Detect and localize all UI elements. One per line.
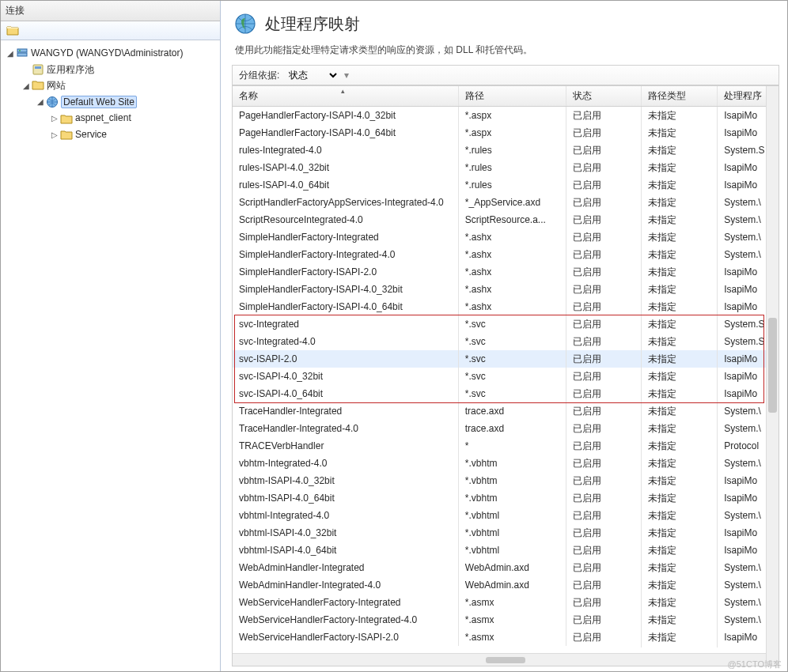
website-icon [46,96,59,108]
table-row[interactable]: SimpleHandlerFactory-ISAPI-4.0_32bit*.as… [233,281,779,298]
grid-header: 名称 路径 状态 路径类型 处理程序 [233,86,779,107]
cell-path: trace.axd [459,420,566,437]
table-row[interactable]: WebServiceHandlerFactory-Integrated*.asm… [233,594,779,611]
table-row[interactable]: PageHandlerFactory-ISAPI-4.0_32bit*.aspx… [233,107,779,124]
cell-path: *.asmx [459,611,566,629]
group-by-label: 分组依据: [239,69,279,82]
table-row[interactable]: vbhtm-ISAPI-4.0_32bit*.vbhtm已启用未指定IsapiM… [233,472,779,489]
column-name[interactable]: 名称 [233,86,459,106]
cell-name: WebAdminHandler-Integrated [233,559,459,576]
folder-icon[interactable] [6,24,19,36]
grid-body[interactable]: PageHandlerFactory-ISAPI-4.0_32bit*.aspx… [233,107,779,653]
handler-mapping-icon [233,12,257,36]
table-row[interactable]: vbhtml-ISAPI-4.0_32bit*.vbhtml已启用未指定Isap… [233,524,779,542]
table-row[interactable]: WebServiceHandlerFactory-ISAPI-2.0*.asmx… [233,629,779,646]
table-row[interactable]: TRACEVerbHandler*已启用未指定Protocol [233,437,779,455]
svg-point-2 [19,50,21,51]
table-row[interactable]: svc-Integrated*.svc已启用未指定System.S [233,315,779,333]
tree-node-server[interactable]: WANGYD (WANGYD\Administrator) [31,46,183,61]
table-row[interactable]: WebServiceHandlerFactory-Integrated-4.0*… [233,611,779,629]
cell-name: WebServiceHandlerFactory-ISAPI-2.0 [233,629,459,646]
page-description: 使用此功能指定处理特定请求类型的响应的资源，如 DLL 和托管代码。 [221,42,787,65]
sidebar-panel: 连接 ◢ WANGYD (WANGYD\Administrator) 应用程序池 [1,1,221,671]
group-by-select[interactable]: 状态 [284,67,339,83]
cell-name: SimpleHandlerFactory-Integrated-4.0 [233,246,459,263]
cell-name: svc-Integrated-4.0 [233,333,459,350]
cell-path: *.rules [459,142,566,159]
table-row[interactable]: PageHandlerFactory-ISAPI-4.0_64bit*.aspx… [233,124,779,142]
table-row[interactable]: SimpleHandlerFactory-ISAPI-4.0_64bit*.as… [233,298,779,315]
tree-node-service[interactable]: Service [75,127,107,142]
cell-path: *.aspx [459,124,566,142]
cell-path: *.svc [459,350,566,368]
table-row[interactable]: WebAdminHandler-Integrated-4.0WebAdmin.a… [233,576,779,594]
cell-path: *.ashx [459,228,566,246]
tree-expander[interactable]: ◢ [36,96,45,108]
cell-path: *.ashx [459,246,566,263]
table-row[interactable]: vbhtm-Integrated-4.0*.vbhtm已启用未指定System.… [233,455,779,472]
cell-name: SimpleHandlerFactory-ISAPI-4.0_32bit [233,281,459,298]
table-row[interactable]: svc-ISAPI-2.0*.svc已启用未指定IsapiMo [233,350,779,368]
cell-name: vbhtm-Integrated-4.0 [233,455,459,472]
cell-path: WebAdmin.axd [459,576,566,594]
tree-node-app-pools[interactable]: 应用程序池 [47,62,94,77]
tree-node-aspnet-client[interactable]: aspnet_client [75,111,131,126]
mapping-grid: 名称 路径 状态 路径类型 处理程序 PageHandlerFactory-IS… [232,85,779,666]
cell-path: *.asmx [459,594,566,611]
cell-path: *.ashx [459,281,566,298]
table-row[interactable]: svc-Integrated-4.0*.svc已启用未指定System.S [233,333,779,350]
cell-path: *.asmx [459,629,566,646]
cell-path: *.rules [459,176,566,194]
cell-name: rules-ISAPI-4.0_64bit [233,176,459,194]
table-row[interactable]: SimpleHandlerFactory-Integrated-4.0*.ash… [233,246,779,263]
column-state[interactable]: 状态 [566,86,642,106]
cell-name: TraceHandler-Integrated [233,402,459,420]
tree-node-sites[interactable]: 网站 [47,78,66,93]
column-path[interactable]: 路径 [459,86,566,106]
tree-expander[interactable]: ◢ [21,80,31,92]
tree-expander[interactable]: ▷ [50,112,59,125]
tree-node-default-site[interactable]: Default Web Site [61,95,137,110]
table-row[interactable]: WebAdminHandler-IntegratedWebAdmin.axd已启… [233,559,779,576]
cell-name: svc-ISAPI-4.0_64bit [233,385,459,402]
cell-path: *_AppService.axd [459,194,566,211]
table-row[interactable]: rules-ISAPI-4.0_64bit*.rules已启用未指定IsapiM… [233,176,779,194]
column-pathtype[interactable]: 路径类型 [642,86,718,106]
cell-path: *.vbhtm [459,489,566,507]
cell-name: vbhtm-ISAPI-4.0_32bit [233,472,459,489]
cell-name: TRACEVerbHandler [233,437,459,455]
horizontal-scrollbar[interactable] [233,653,779,666]
sidebar-toolbar [1,21,220,40]
cell-path: *.vbhtml [459,542,566,559]
table-row[interactable]: svc-ISAPI-4.0_64bit*.svc已启用未指定IsapiMo [233,385,779,402]
sites-icon [32,79,44,92]
table-row[interactable]: TraceHandler-Integratedtrace.axd已启用未指定Sy… [233,402,779,420]
cell-name: TraceHandler-Integrated-4.0 [233,420,459,437]
cell-path: *.rules [459,159,566,176]
cell-ptype: 未指定 [642,628,718,647]
table-row[interactable]: ScriptHandlerFactoryAppServices-Integrat… [233,194,779,211]
cell-name: svc-ISAPI-2.0 [233,350,459,368]
table-row[interactable]: SimpleHandlerFactory-Integrated*.ashx已启用… [233,228,779,246]
cell-name: SimpleHandlerFactory-ISAPI-2.0 [233,263,459,281]
vertical-scrollbar[interactable] [766,86,779,666]
table-row[interactable]: svc-ISAPI-4.0_32bit*.svc已启用未指定IsapiMo [233,368,779,385]
cell-name: svc-ISAPI-4.0_32bit [233,368,459,385]
cell-path: *.svc [459,368,566,385]
cell-name: vbhtml-ISAPI-4.0_64bit [233,542,459,559]
cell-path: ScriptResource.a... [459,211,566,228]
table-row[interactable]: vbhtm-ISAPI-4.0_64bit*.vbhtm已启用未指定IsapiM… [233,489,779,507]
table-row[interactable]: rules-ISAPI-4.0_32bit*.rules已启用未指定IsapiM… [233,159,779,176]
table-row[interactable]: vbhtml-Integrated-4.0*.vbhtml已启用未指定Syste… [233,507,779,524]
tree-expander[interactable]: ▷ [50,129,59,142]
table-row[interactable]: rules-Integrated-4.0*.rules已启用未指定System.… [233,142,779,159]
table-row[interactable]: vbhtml-ISAPI-4.0_64bit*.vbhtml已启用未指定Isap… [233,542,779,559]
cell-path: *.ashx [459,298,566,315]
connections-tree: ◢ WANGYD (WANGYD\Administrator) 应用程序池 ◢ … [1,40,220,148]
table-row[interactable]: SimpleHandlerFactory-ISAPI-2.0*.ashx已启用未… [233,263,779,281]
tree-expander[interactable]: ◢ [6,47,15,60]
folder-icon [60,128,73,141]
table-row[interactable]: ScriptResourceIntegrated-4.0ScriptResour… [233,211,779,228]
cell-path: *.ashx [459,263,566,281]
table-row[interactable]: TraceHandler-Integrated-4.0trace.axd已启用未… [233,420,779,437]
